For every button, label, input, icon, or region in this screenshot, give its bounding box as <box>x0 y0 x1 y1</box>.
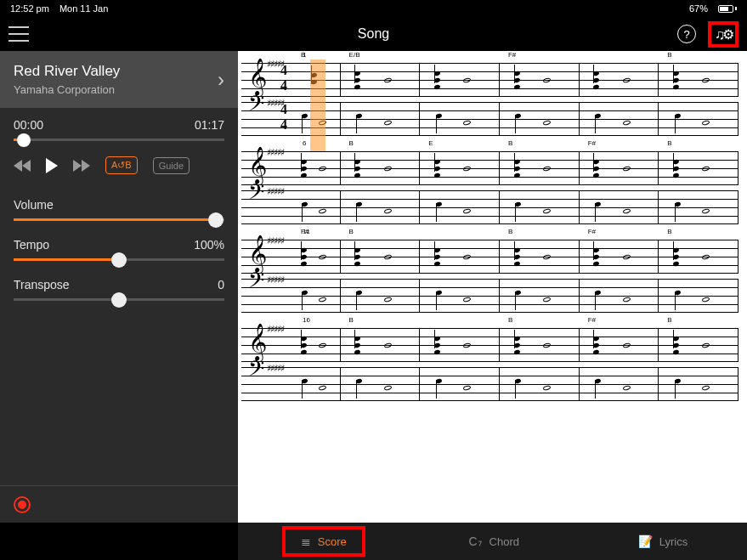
tempo-label: Tempo <box>14 238 49 252</box>
fast-forward-button[interactable] <box>73 160 90 172</box>
chord-label: F# <box>588 316 596 324</box>
measure <box>420 102 500 136</box>
measure: F# <box>500 63 580 97</box>
chord-label: B <box>349 228 354 235</box>
measure <box>341 102 421 136</box>
measure <box>420 328 500 362</box>
transport-controls: A↺B Guide <box>0 150 238 189</box>
chord-label: B <box>667 139 671 147</box>
progress-slider[interactable] <box>14 139 224 141</box>
transpose-slider[interactable] <box>14 298 224 301</box>
rewind-button[interactable] <box>14 160 31 172</box>
key-signature: ♯♯♯♯♯ <box>267 365 284 371</box>
measure <box>420 63 500 97</box>
tempo-slider[interactable] <box>14 258 224 261</box>
measure <box>580 367 659 401</box>
tab-score[interactable]: ≣ Score <box>282 526 365 557</box>
measure-number: 1 <box>303 51 306 59</box>
song-artist: Yamaha Corporation <box>14 83 120 96</box>
treble-clef-icon: 𝄞 <box>248 235 267 273</box>
measure <box>341 190 421 224</box>
tempo-value: 100% <box>194 238 224 252</box>
staff-system: 𝄞♯♯♯♯♯44B1E/BF#B𝄢♯♯♯♯♯44 <box>241 63 739 136</box>
volume-slider[interactable] <box>14 218 224 221</box>
menu-button[interactable] <box>8 26 29 42</box>
transpose-label: Transpose <box>14 278 70 291</box>
chord-label: F# <box>508 51 516 59</box>
measure <box>341 367 421 401</box>
measure <box>500 102 580 136</box>
chord-label: B <box>349 139 354 147</box>
measure: B <box>659 151 739 185</box>
measure: 6 <box>292 151 341 185</box>
tab-lyrics[interactable]: 📝 Lyrics <box>623 529 703 553</box>
measure <box>292 279 341 313</box>
measure: B <box>659 240 739 274</box>
score-settings-button[interactable]: ♫⚙ <box>708 21 739 48</box>
chord-label: F# <box>588 228 596 235</box>
bass-clef-icon: 𝄢 <box>248 269 264 298</box>
measure <box>420 367 500 401</box>
measure: B <box>341 151 421 185</box>
measure <box>659 279 739 313</box>
measure <box>580 190 659 224</box>
measure <box>580 63 659 97</box>
transpose-value: 0 <box>218 278 224 291</box>
measure <box>500 279 580 313</box>
measure <box>341 279 421 313</box>
key-signature: ♯♯♯♯♯ <box>267 189 284 195</box>
measure: F#11 <box>292 240 341 274</box>
bass-clef-icon: 𝄢 <box>248 357 264 387</box>
measure <box>580 102 659 136</box>
score-view[interactable]: 𝄞♯♯♯♯♯44B1E/BF#B𝄢♯♯♯♯♯44𝄞♯♯♯♯♯6BEBF#B𝄢♯♯… <box>238 51 747 523</box>
chord-label: B <box>508 139 512 147</box>
playhead <box>310 59 325 151</box>
time-duration: 01:17 <box>195 118 224 132</box>
score-icon: ≣ <box>301 535 311 548</box>
tab-chord-label: Chord <box>490 535 519 548</box>
song-select-row[interactable]: Red River Valley Yamaha Corporation › <box>0 51 238 108</box>
chord-label: E/B <box>349 51 360 59</box>
battery-icon <box>718 5 737 13</box>
measure <box>292 190 341 224</box>
measure: F# <box>580 240 659 274</box>
treble-clef-icon: 𝄞 <box>248 146 267 184</box>
view-tabs: ≣ Score C₇ Chord 📝 Lyrics <box>238 523 747 560</box>
measure: B <box>341 328 421 362</box>
guide-button[interactable]: Guide <box>153 157 190 174</box>
chord-icon: C₇ <box>468 535 482 548</box>
time-signature: 44 <box>280 63 287 93</box>
help-button[interactable]: ? <box>677 25 696 43</box>
measure-number: 16 <box>303 316 310 324</box>
staff-system: 𝄞♯♯♯♯♯F#11BBF#B𝄢♯♯♯♯♯ <box>241 240 739 313</box>
song-title: Red River Valley <box>14 63 120 80</box>
key-signature: ♯♯♯♯♯ <box>267 238 284 244</box>
measure <box>580 279 659 313</box>
staff-system: 𝄞♯♯♯♯♯16BBF#B𝄢♯♯♯♯♯ <box>241 328 739 401</box>
status-date: Mon 11 Jan <box>59 3 108 14</box>
key-signature: ♯♯♯♯♯ <box>267 150 284 156</box>
lyrics-icon: 📝 <box>638 535 653 548</box>
time-elapsed: 00:00 <box>14 118 43 132</box>
measure-number: 11 <box>303 228 310 235</box>
chord-label: B <box>508 316 512 324</box>
play-button[interactable] <box>46 158 58 173</box>
chord-label: B <box>667 228 671 235</box>
status-time: 12:52 pm <box>10 3 49 14</box>
app-header: Song ? ♫⚙ <box>0 17 747 51</box>
record-button[interactable] <box>14 496 31 513</box>
treble-clef-icon: 𝄞 <box>248 58 267 96</box>
bass-clef-icon: 𝄢 <box>248 92 264 122</box>
chevron-right-icon: › <box>218 68 224 92</box>
measure-number: 6 <box>303 139 306 147</box>
measure <box>420 240 500 274</box>
bass-clef-icon: 𝄢 <box>248 180 264 210</box>
chord-label: B <box>667 316 671 324</box>
key-signature: ♯♯♯♯♯ <box>267 277 284 283</box>
measure: B <box>500 240 580 274</box>
measure: B <box>659 63 739 97</box>
measure <box>500 190 580 224</box>
tab-chord[interactable]: C₇ Chord <box>453 529 535 553</box>
ab-repeat-button[interactable]: A↺B <box>105 156 138 174</box>
chord-label: B <box>349 316 354 324</box>
